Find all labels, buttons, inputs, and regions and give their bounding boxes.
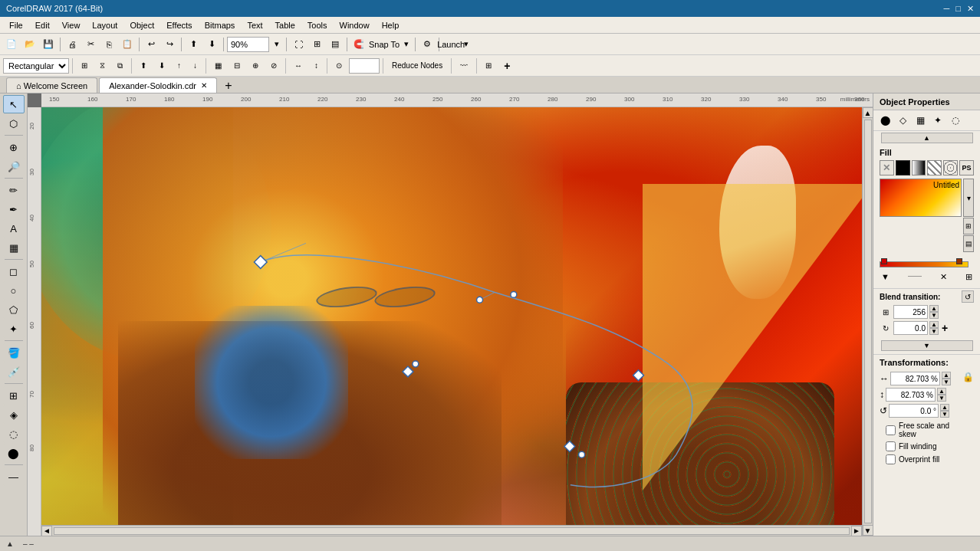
save-button[interactable]: 💾 — [40, 36, 57, 53]
node-count-btn[interactable]: ⊙ — [331, 57, 347, 74]
table-tool[interactable]: ▦ — [3, 238, 25, 257]
blend-plus-btn[interactable]: + — [940, 322, 949, 334]
to-back-btn[interactable]: ⬇ — [153, 57, 170, 74]
menu-effects[interactable]: Effects — [160, 19, 198, 31]
canvas-area[interactable]: millimeters 150 160 170 180 190 200 210 … — [28, 93, 873, 536]
no-fill-btn[interactable]: ✕ — [880, 160, 894, 175]
texture-fill-btn[interactable] — [943, 160, 958, 175]
to-front-btn[interactable]: ⬆ — [135, 57, 152, 74]
blend-rotation-up-btn[interactable]: ▲ — [929, 321, 939, 328]
color-stop-left[interactable] — [881, 258, 887, 264]
cut-button[interactable]: ✂ — [82, 36, 99, 53]
open-button[interactable]: 📂 — [21, 36, 38, 53]
panel-scroll-up-btn[interactable]: ▲ — [881, 133, 973, 143]
menu-tools[interactable]: Tools — [301, 19, 334, 31]
extra-gradient-btn[interactable]: ⊞ — [965, 272, 972, 282]
height-up-btn[interactable]: ▲ — [937, 388, 946, 395]
crop-tool[interactable]: ⊕ — [3, 138, 25, 156]
zoom-tool[interactable]: 🔎 — [3, 157, 25, 175]
width-up-btn[interactable]: ▲ — [942, 372, 951, 379]
smooth-btn[interactable]: 〰 — [455, 57, 473, 74]
shape-tool[interactable]: ⬡ — [3, 114, 25, 133]
transform-width-input[interactable] — [890, 372, 940, 385]
width-down-btn[interactable]: ▼ — [942, 379, 951, 385]
scroll-left-btn[interactable]: ◄ — [41, 526, 52, 536]
menu-bitmaps[interactable]: Bitmaps — [199, 19, 242, 31]
pattern-fill-btn[interactable] — [927, 160, 942, 175]
menu-text[interactable]: Text — [241, 19, 268, 31]
menu-view[interactable]: View — [56, 19, 87, 31]
paste-button[interactable]: 📋 — [119, 36, 136, 53]
reduce-nodes-btn[interactable]: Reduce Nodes — [386, 57, 448, 74]
color-stop-right[interactable] — [956, 258, 962, 264]
right-gradient-arrow[interactable]: ✕ — [940, 272, 947, 282]
distribute-btn[interactable]: ⧉ — [112, 57, 128, 74]
options2-btn[interactable]: ⊞ — [480, 57, 497, 74]
align-btn[interactable]: ⧖ — [94, 57, 110, 74]
rotation-down-btn[interactable]: ▼ — [940, 411, 949, 418]
minimize-btn[interactable]: ─ — [944, 4, 950, 14]
mirror-h-btn[interactable]: ↔ — [289, 57, 307, 74]
maximize-btn[interactable]: □ — [955, 4, 961, 14]
combine-btn[interactable]: ⊕ — [247, 57, 264, 74]
add-btn[interactable]: + — [498, 57, 515, 74]
tab-document[interactable]: Alexander-Solodkin.cdr ✕ — [99, 77, 217, 93]
menu-edit[interactable]: Edit — [29, 19, 56, 31]
blend-rotation-down-btn[interactable]: ▼ — [929, 328, 939, 335]
new-button[interactable]: 📄 — [3, 36, 20, 53]
view-btn2[interactable]: ▤ — [327, 36, 344, 53]
copy-button[interactable]: ⎘ — [100, 36, 117, 53]
menu-layout[interactable]: Layout — [86, 19, 123, 31]
redo-button[interactable]: ↪ — [161, 36, 178, 53]
zoom-input[interactable] — [227, 37, 269, 52]
fwd-btn[interactable]: ↑ — [172, 57, 186, 74]
blend-steps-up-btn[interactable]: ▲ — [929, 305, 939, 312]
tab-close-icon[interactable]: ✕ — [201, 81, 207, 90]
fill-tool[interactable]: 🪣 — [3, 343, 25, 362]
shadow-tool[interactable]: ⬤ — [3, 444, 25, 462]
menu-window[interactable]: Window — [334, 19, 376, 31]
overprint-fill-checkbox[interactable] — [886, 454, 896, 464]
scroll-right-btn[interactable]: ► — [851, 526, 862, 536]
menu-help[interactable]: Help — [376, 19, 406, 31]
linear-gradient-btn[interactable] — [912, 160, 926, 175]
print-button[interactable]: 🖨 — [64, 36, 81, 53]
transform-btn[interactable]: ⊞ — [76, 57, 93, 74]
new-tab-btn[interactable]: + — [222, 79, 235, 93]
zoom-dropdown[interactable]: ▾ — [271, 36, 283, 53]
view-btn[interactable]: ⊞ — [308, 36, 325, 53]
fill-winding-checkbox[interactable] — [886, 441, 896, 451]
mirror-v-btn[interactable]: ↕ — [309, 57, 324, 74]
text-tool[interactable]: A — [3, 219, 25, 238]
blend-steps-down-btn[interactable]: ▼ — [929, 312, 939, 319]
undo-button[interactable]: ↩ — [143, 36, 159, 53]
canvas-inner[interactable]: ▲ ▼ ◄ ► — [41, 107, 873, 536]
rotation-up-btn[interactable]: ▲ — [940, 404, 949, 411]
launch-dropdown[interactable]: ▾ — [461, 36, 472, 53]
menu-file[interactable]: File — [3, 19, 29, 31]
scroll-down-btn[interactable]: ▼ — [863, 525, 873, 536]
transform-tab-icon[interactable]: ▦ — [912, 112, 929, 129]
panel-scroll-down-btn[interactable]: ▼ — [881, 340, 973, 351]
gradient-extra-btn[interactable]: ⊞ — [963, 218, 974, 235]
break-btn[interactable]: ⊘ — [265, 57, 282, 74]
ungroup-btn[interactable]: ⊟ — [229, 57, 245, 74]
menu-table[interactable]: Table — [269, 19, 301, 31]
select-tool[interactable]: ↖ — [3, 95, 25, 113]
blend-steps-input[interactable] — [893, 305, 928, 319]
uniform-fill-btn[interactable] — [896, 160, 910, 175]
connector-tool[interactable]: — — [3, 467, 25, 486]
ellipse-tool[interactable]: ○ — [3, 281, 25, 300]
node-count-input[interactable] — [349, 58, 380, 74]
rect-tool[interactable]: ◻ — [3, 262, 25, 280]
gradient-dropdown-btn[interactable]: ▾ — [963, 179, 974, 217]
full-screen-btn[interactable]: ⛶ — [290, 36, 307, 53]
transparency-tool[interactable]: ◌ — [3, 425, 25, 443]
polygon-tool[interactable]: ⬠ — [3, 300, 25, 319]
star-tool[interactable]: ✦ — [3, 320, 25, 338]
left-gradient-arrow[interactable]: ▼ — [881, 272, 890, 282]
scroll-up-btn[interactable]: ▲ — [863, 107, 873, 118]
options-btn[interactable]: ⚙ — [419, 36, 436, 53]
transform-rotation-input[interactable] — [889, 404, 939, 418]
lock-proportions-btn[interactable]: 🔒 — [962, 372, 974, 382]
